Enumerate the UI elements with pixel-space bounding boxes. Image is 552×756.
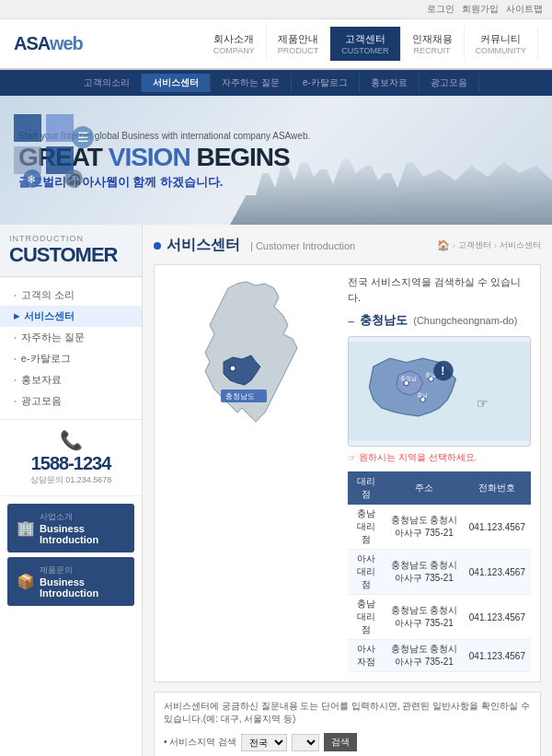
sidebar-links: 🏢 사업소개 Business Introduction 📦 제품문의 Busi… [0, 496, 142, 613]
region-select[interactable]: 전국 [241, 734, 287, 751]
subnav-faq[interactable]: 자주하는 질문 [211, 74, 292, 92]
search-label: • 서비스지역 검색 [164, 736, 236, 749]
intro-title: CUSTOMER [9, 243, 132, 267]
cell-dealer-4: 아사자점 [348, 640, 385, 672]
section-dot [154, 242, 161, 250]
sidebar-link-business[interactable]: 🏢 사업소개 Business Introduction [7, 504, 134, 552]
breadcrumb-bar: 서비스센터 | Customer Introduction 🏠 › 고객센터 ›… [154, 236, 541, 255]
svg-text:충청남: 충청남 [400, 375, 417, 381]
table-row: 충남대리점 충청남도 충청시 아사구 735-21 041.123.4567 [348, 595, 531, 640]
subnav-ad[interactable]: 광고모음 [420, 74, 479, 92]
nav-product[interactable]: 제품안내PRODUCT [267, 27, 331, 61]
sidebar-intro: INTRODUCTION CUSTOMER [0, 225, 142, 277]
sidebar-item-voice[interactable]: 고객의 소리 [0, 285, 142, 306]
sitemap-link[interactable]: 사이트맵 [506, 3, 543, 16]
section-title: 서비스센터 | Customer Introduction [154, 236, 355, 255]
link-sub-1: 사업소개 [40, 511, 125, 523]
city-select[interactable] [292, 734, 319, 751]
sidebar-menu: 고객의 소리 서비스센터 자주하는 질문 e-카탈로그 홍보자료 광고모음 [0, 277, 142, 420]
subnav-service[interactable]: 서비스센터 [142, 74, 211, 92]
search-controls: • 서비스지역 검색 전국 검색 [164, 733, 357, 751]
svg-point-10 [230, 366, 236, 371]
subnav-voice[interactable]: 고객의소리 [73, 74, 142, 92]
cell-phone-2: 041.123.4567 [464, 550, 531, 595]
service-desc: 전국 서비스지역을 검색하실 수 있습니다. [348, 274, 531, 305]
nav-customer[interactable]: 고객센터CUSTOMER [330, 27, 400, 61]
cell-dealer-2: 아사대리점 [348, 550, 385, 595]
breadcrumb-current: 서비스센터 [500, 239, 541, 251]
service-info: 전국 서비스지역을 검색하실 수 있습니다. 충청남도 (Chungcheong… [348, 274, 531, 672]
sidebar-item-faq[interactable]: 자주하는 질문 [0, 327, 142, 348]
logo: ASAweb [14, 33, 83, 54]
sidebar-item-pr[interactable]: 홍보자료 [0, 369, 142, 390]
table-row: 아사자점 충청남도 충청시 아사구 735-21 041.123.4567 [348, 640, 531, 672]
sidebar-link-product[interactable]: 📦 제품문의 Business Introduction [7, 557, 134, 606]
svg-rect-2 [14, 146, 41, 174]
top-bar: 로그인 회원가입 사이트맵 [0, 0, 552, 19]
service-table: 대리점 주소 전화번호 충남대리점 충청남도 충청시 아사구 735-21 04… [348, 471, 531, 672]
nav-recruit[interactable]: 인재채용RECRUIT [401, 27, 465, 61]
svg-text:!: ! [441, 365, 444, 378]
login-link[interactable]: 로그인 [427, 3, 454, 16]
search-bar: 서비스센터에 궁금하신 질문내용 도는 단어를 입력하시면, 관련된 일반사항을… [154, 692, 541, 756]
main-content: INTRODUCTION CUSTOMER 고객의 소리 서비스센터 자주하는 … [0, 225, 552, 756]
signup-link[interactable]: 회원가입 [462, 3, 499, 16]
header: ASAweb 회사소개COMPANY 제품안내PRODUCT 고객센터CUSTO… [0, 19, 552, 70]
subnav-pr[interactable]: 홍보자료 [360, 74, 420, 92]
cell-addr-1: 충청남도 충청시 아사구 735-21 [385, 505, 464, 550]
svg-text:❄: ❄ [27, 173, 36, 186]
cell-dealer-3: 충남대리점 [348, 595, 385, 640]
sidebar-item-ad[interactable]: 광고모음 [0, 390, 142, 412]
cell-phone-3: 041.123.4567 [464, 595, 531, 640]
breadcrumb: 🏠 › 고객센터 › 서비스센터 [437, 239, 541, 251]
breadcrumb-parent[interactable]: 고객센터 [458, 239, 491, 251]
cell-addr-3: 충청남도 충청시 아사구 735-21 [385, 595, 464, 640]
link-main-2: Business Introduction [40, 576, 98, 599]
map-container: 충청남도 충청남도 [164, 274, 339, 672]
table-row: 아사대리점 충청남도 충청시 아사구 735-21 041.123.4567 [348, 550, 531, 595]
search-description: 서비스센터에 궁금하신 질문내용 도는 단어를 입력하시면, 관련된 일반사항을… [164, 700, 531, 726]
svg-text:☞: ☞ [477, 396, 489, 411]
col-dealer: 대리점 [348, 471, 385, 505]
phone-number: 1588-1234 [9, 453, 132, 474]
nav-company[interactable]: 회사소개COMPANY [202, 27, 267, 61]
section-sub: | Customer Introduction [250, 240, 355, 251]
region-map: 충청남 충남 충남 ! ☞ [348, 336, 531, 447]
cell-phone-4: 041.123.4567 [464, 640, 531, 672]
cell-phone-1: 041.123.4567 [464, 505, 531, 550]
sidebar: INTRODUCTION CUSTOMER 고객의 소리 서비스센터 자주하는 … [0, 225, 143, 756]
intro-label: INTRODUCTION [9, 234, 132, 243]
col-phone: 전화번호 [464, 471, 531, 505]
link-main-1: Business Introduction [40, 523, 98, 545]
service-area: 충청남도 충청남도 전국 서비스지역을 검색하실 수 있습니다. 충청남도 (C… [154, 264, 541, 682]
phone-icon: 📞 [9, 429, 132, 451]
cell-addr-4: 충청남도 충청시 아사구 735-21 [385, 640, 464, 672]
region-title: 충청남도 (Chungcheongnam-do) [348, 312, 531, 329]
cell-dealer-1: 충남대리점 [348, 505, 385, 550]
hero-banner: ☰ ❄ 🎧 Start your Internet global Busines… [0, 96, 552, 225]
table-row: 충남대리점 충청남도 충청시 아사구 735-21 041.123.4567 [348, 505, 531, 550]
nav-community[interactable]: 커뮤니티COMMUNITY [465, 27, 539, 61]
svg-text:충남: 충남 [417, 391, 428, 398]
col-address: 주소 [385, 471, 464, 505]
korea-map: 충청남도 충청남도 [164, 274, 339, 459]
svg-rect-1 [46, 114, 74, 142]
svg-text:☰: ☰ [77, 130, 89, 145]
search-button[interactable]: 검색 [324, 733, 357, 751]
svg-text:충청남도: 충청남도 [225, 392, 255, 401]
building-icon: 🏢 [17, 519, 35, 537]
phone-label: 상담문의 01.234.5678 [9, 474, 132, 486]
link-sub-2: 제품문의 [40, 564, 125, 576]
sub-nav: 고객의소리 서비스센터 자주하는 질문 e-카탈로그 홍보자료 광고모음 [0, 70, 552, 96]
select-hint: ☞ 원하시는 지역을 선택하세요. [348, 451, 531, 464]
svg-text:🎧: 🎧 [68, 172, 82, 186]
subnav-catalog[interactable]: e-카탈로그 [292, 74, 360, 92]
hint-icon: ☞ [348, 453, 356, 463]
svg-rect-0 [14, 114, 41, 142]
content-area: 서비스센터 | Customer Introduction 🏠 › 고객센터 ›… [143, 225, 552, 756]
sidebar-item-catalog[interactable]: e-카탈로그 [0, 348, 142, 369]
home-icon[interactable]: 🏠 [437, 239, 450, 251]
sidebar-item-service[interactable]: 서비스센터 [0, 306, 142, 327]
sidebar-phone: 📞 1588-1234 상담문의 01.234.5678 [0, 420, 142, 496]
cell-addr-2: 충청남도 충청시 아사구 735-21 [385, 550, 464, 595]
